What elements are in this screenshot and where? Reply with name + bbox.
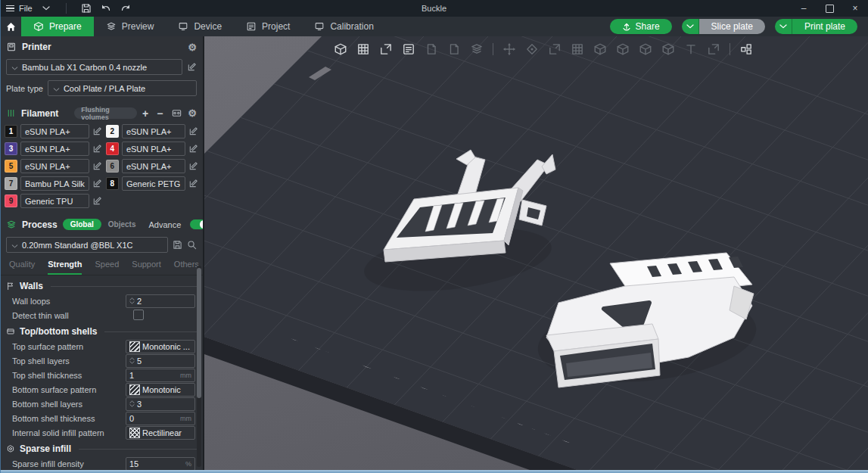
filament-8-edit-icon[interactable]	[188, 179, 198, 188]
sparse-section-title: Sparse infill	[20, 443, 71, 454]
cut-icon	[614, 40, 632, 58]
tab-preview[interactable]: Preview	[94, 17, 166, 36]
tab-prepare[interactable]: Prepare	[21, 17, 94, 36]
filament-5-edit-icon[interactable]	[92, 161, 102, 171]
add-filament-button[interactable]: +	[142, 108, 148, 119]
filament-6-select[interactable]: eSUN PLA+	[122, 159, 185, 173]
bottom-shell-thickness-input[interactable]: 0 mm	[126, 412, 195, 425]
filament-4-edit-icon[interactable]	[188, 144, 198, 154]
filament-5-select[interactable]: eSUN PLA+	[20, 159, 89, 173]
scope-global-button[interactable]: Global	[63, 219, 101, 230]
process-save-icon[interactable]	[173, 240, 182, 250]
tab-others[interactable]: Others	[174, 260, 199, 275]
filament-settings-gear-icon[interactable]: ⚙	[188, 108, 197, 118]
file-menu[interactable]: File	[6, 4, 33, 13]
add-plate-icon[interactable]	[354, 40, 372, 58]
save-icon[interactable]	[80, 2, 92, 14]
filament-4-color-chip[interactable]: 4	[106, 142, 119, 155]
tab-support[interactable]: Support	[132, 260, 161, 275]
taskbar-strip	[0, 470, 868, 473]
filament-6-edit-icon[interactable]	[188, 161, 198, 171]
tab-calibration[interactable]: Calibration	[302, 17, 385, 36]
filament-9-select[interactable]: Generic TPU	[20, 194, 89, 208]
process-section-title: Process	[22, 219, 58, 230]
tab-quality[interactable]: Quality	[9, 260, 35, 275]
printer-edit-icon[interactable]	[187, 62, 197, 72]
advance-toggle[interactable]	[190, 219, 204, 229]
setting-top-shell-thickness: Top shell thickness 1 mm	[0, 368, 203, 382]
prepare-icon	[33, 21, 44, 32]
printer-settings-gear-icon[interactable]: ⚙	[188, 42, 197, 52]
filament-9-edit-icon[interactable]	[92, 196, 102, 206]
filament-1-edit-icon[interactable]	[92, 126, 102, 136]
window-left-border	[0, 0, 1, 473]
sparse-infill-density-input[interactable]: 15 %	[126, 457, 195, 471]
tab-device[interactable]: Device	[166, 17, 234, 36]
chevron-down-icon[interactable]	[40, 2, 52, 14]
internal-solid-infill-pattern-select[interactable]: Rectilinear	[126, 426, 195, 440]
filament-6-color-chip[interactable]: 6	[106, 160, 119, 173]
filament-5-color-chip[interactable]: 5	[5, 160, 17, 173]
ams-settings-icon[interactable]	[171, 107, 182, 119]
printer-preset-select[interactable]: Bambu Lab X1 Carbon 0.4 nozzle	[6, 59, 182, 75]
assembly-view-icon[interactable]	[737, 40, 755, 58]
filament-2-color-chip[interactable]: 2	[106, 125, 119, 138]
print-plate-button[interactable]: Print plate	[775, 19, 857, 34]
stepper-arrows-icon[interactable]	[129, 400, 135, 407]
tab-project[interactable]: Project	[234, 17, 302, 36]
setting-detect-thin-wall: Detect thin wall	[0, 308, 203, 322]
filament-2-select[interactable]: eSUN PLA+	[122, 124, 185, 138]
add-model-icon[interactable]	[331, 40, 350, 58]
filament-7-edit-icon[interactable]	[92, 179, 102, 188]
printer-icon	[6, 42, 17, 52]
top-surface-pattern-select[interactable]: Monotonic ...	[126, 340, 195, 353]
tab-strength[interactable]: Strength	[48, 260, 82, 275]
share-button[interactable]: Share	[610, 19, 672, 34]
home-icon[interactable]	[0, 17, 21, 36]
filament-1-select[interactable]: eSUN PLA+	[20, 124, 89, 138]
filament-2-edit-icon[interactable]	[188, 126, 198, 136]
slice-options-chevron[interactable]	[682, 19, 699, 34]
viewport-3d[interactable]: Bambu Cool Plate	[204, 36, 868, 470]
stepper-arrows-icon[interactable]	[129, 297, 135, 304]
minimize-button[interactable]: –	[791, 0, 817, 17]
close-button[interactable]: ×	[842, 0, 868, 17]
settings-scrollbar-thumb[interactable]	[197, 268, 201, 398]
bottom-shell-layers-stepper[interactable]: 3	[126, 397, 195, 411]
filament-1-color-chip[interactable]: 1	[5, 125, 17, 138]
top-shell-thickness-input[interactable]: 1 mm	[126, 369, 195, 382]
auto-orient-icon[interactable]	[377, 40, 395, 58]
device-icon	[178, 21, 188, 32]
stepper-arrows-icon[interactable]	[129, 357, 135, 364]
scope-objects-button[interactable]: Objects	[107, 219, 144, 230]
filament-8-select[interactable]: Generic PETG	[122, 176, 185, 191]
filament-4-select[interactable]: eSUN PLA+	[122, 142, 185, 156]
viewport-toolbar	[331, 39, 755, 59]
filament-7-select[interactable]: Bambu PLA Silk	[20, 176, 89, 191]
process-search-icon[interactable]	[187, 240, 197, 250]
filament-7-color-chip[interactable]: 7	[5, 177, 17, 190]
toolbar-divider	[730, 43, 730, 55]
arrange-icon[interactable]	[400, 40, 418, 58]
detect-thin-wall-checkbox[interactable]	[133, 310, 144, 320]
maximize-button[interactable]	[817, 0, 842, 17]
process-preset-select[interactable]: 0.20mm Standard @BBL X1C	[6, 237, 168, 253]
print-options-chevron[interactable]	[775, 19, 792, 34]
setting-bottom-surface-pattern: Bottom surface pattern Monotonic	[0, 382, 203, 397]
bottom-surface-pattern-select[interactable]: Monotonic	[126, 383, 195, 397]
filament-8-color-chip[interactable]: 8	[106, 177, 119, 190]
filament-3-color-chip[interactable]: 3	[5, 142, 17, 155]
plate-type-select[interactable]: Cool Plate / PLA Plate	[48, 80, 197, 96]
redo-icon[interactable]	[120, 2, 132, 14]
filament-3-edit-icon[interactable]	[92, 144, 102, 154]
filament-9-color-chip[interactable]: 9	[5, 194, 17, 207]
slice-plate-button[interactable]: Slice plate	[682, 19, 765, 34]
remove-filament-button[interactable]: −	[157, 108, 163, 119]
top-shell-layers-stepper[interactable]: 5	[126, 354, 195, 368]
wall-loops-stepper[interactable]: 2	[126, 294, 195, 308]
flushing-volumes-button[interactable]: Flushing volumes	[74, 107, 137, 119]
filament-3-select[interactable]: eSUN PLA+	[20, 142, 89, 156]
undo-icon[interactable]	[100, 2, 112, 14]
tab-speed[interactable]: Speed	[95, 260, 119, 275]
setting-internal-solid-infill-pattern: Internal solid infill pattern Rectilinea…	[0, 425, 203, 440]
